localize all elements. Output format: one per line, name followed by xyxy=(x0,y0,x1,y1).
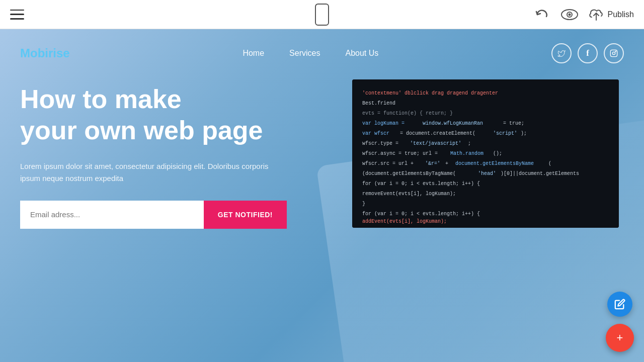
svg-text:= true;: = true; xyxy=(503,121,524,126)
site-social: f xyxy=(551,43,624,63)
code-svg: 'contextmenu' dblclick drag dragend drag… xyxy=(352,79,619,228)
svg-text:wfscr.async = true; url =: wfscr.async = true; url = xyxy=(362,151,438,156)
fab-container: + xyxy=(606,292,634,352)
toolbar-left xyxy=(10,10,24,20)
svg-text:Math.random: Math.random xyxy=(450,151,484,156)
fab-add-button[interactable]: + xyxy=(606,324,634,352)
svg-rect-4 xyxy=(610,50,617,56)
svg-text:window.wfLogKumanRan: window.wfLogKumanRan xyxy=(423,121,483,126)
hero-title-line1: How to make xyxy=(20,84,182,114)
email-input[interactable] xyxy=(20,201,204,229)
preview-area: Mobirise Home Services About Us f How to… xyxy=(0,29,644,362)
add-icon: + xyxy=(617,332,623,343)
svg-text:wfscr.src = url +: wfscr.src = url + xyxy=(362,161,414,166)
publish-button[interactable]: Publish xyxy=(589,8,634,21)
instagram-button[interactable] xyxy=(604,43,624,63)
svg-text:'contextmenu' dblclick drag dr: 'contextmenu' dblclick drag dragend drag… xyxy=(362,90,498,96)
hero-text: How to make your own web page Lorem ipsu… xyxy=(20,83,332,229)
svg-text:'text/javascript': 'text/javascript' xyxy=(410,141,461,146)
publish-label: Publish xyxy=(608,10,634,19)
svg-text:wfscr.type =: wfscr.type = xyxy=(362,141,398,146)
svg-text:for (var i = 0; i < evts.lengt: for (var i = 0; i < evts.length; i++) { xyxy=(362,181,480,187)
hero-content: How to make your own web page Lorem ipsu… xyxy=(0,73,644,229)
svg-text:}: } xyxy=(362,201,365,207)
hero-title: How to make your own web page xyxy=(20,83,332,146)
svg-text:(document.getElementsByTagName: (document.getElementsByTagName( xyxy=(362,171,456,176)
hero-title-line2: your own web page xyxy=(20,116,263,145)
fab-edit-button[interactable] xyxy=(607,292,632,317)
toolbar: Publish xyxy=(0,0,644,29)
svg-text:(: ( xyxy=(548,161,551,166)
facebook-button[interactable]: f xyxy=(578,43,598,63)
email-form: GET NOTIFIED! xyxy=(20,201,287,229)
phone-preview-icon[interactable] xyxy=(315,4,329,26)
twitter-button[interactable] xyxy=(551,43,572,63)
eye-icon xyxy=(561,9,578,20)
undo-button[interactable] xyxy=(534,7,550,23)
site-nav-links: Home Services About Us xyxy=(243,49,378,58)
svg-text:var logKuman =: var logKuman = xyxy=(362,121,405,126)
site-logo: Mobirise xyxy=(20,46,70,60)
nav-services[interactable]: Services xyxy=(289,49,320,58)
toolbar-center xyxy=(315,4,329,26)
nav-about[interactable]: About Us xyxy=(345,49,378,58)
svg-text:'&r=': '&r=' xyxy=(425,161,440,166)
code-background: 'contextmenu' dblclick drag dragend drag… xyxy=(352,79,619,228)
preview-button[interactable] xyxy=(560,6,579,24)
svg-text:document.getElementsByName: document.getElementsByName xyxy=(455,161,534,166)
svg-text:)[0]||document.getElements: )[0]||document.getElements xyxy=(501,171,579,176)
toolbar-right: Publish xyxy=(534,6,634,24)
svg-point-5 xyxy=(612,52,615,54)
svg-point-2 xyxy=(568,13,571,16)
svg-text:= document.createElement(: = document.createElement( xyxy=(400,131,475,136)
svg-text:'script': 'script' xyxy=(493,131,517,136)
svg-text:Best.friend: Best.friend xyxy=(362,101,395,106)
svg-text:addEvent(evts[i], logKuman);: addEvent(evts[i], logKuman); xyxy=(362,219,447,224)
nav-home[interactable]: Home xyxy=(243,49,264,58)
hamburger-icon[interactable] xyxy=(10,10,24,20)
svg-text:;: ; xyxy=(468,141,471,146)
edit-icon xyxy=(614,299,625,310)
undo-icon xyxy=(535,9,549,21)
code-screenshot: 'contextmenu' dblclick drag dragend drag… xyxy=(352,79,619,228)
svg-text:evts = function(e) { return; }: evts = function(e) { return; } xyxy=(362,111,453,116)
publish-cloud-icon xyxy=(589,8,604,21)
svg-text:for (var i = 0; i < evts.lengt: for (var i = 0; i < evts.length; i++) { xyxy=(362,211,480,217)
svg-text:();: (); xyxy=(493,151,502,156)
svg-point-6 xyxy=(615,51,616,52)
notify-button[interactable]: GET NOTIFIED! xyxy=(204,201,287,229)
svg-text:var wfscr: var wfscr xyxy=(362,131,389,136)
hero-subtitle: Lorem ipsum dolor sit amet, consectetur … xyxy=(20,160,282,185)
svg-text:);: ); xyxy=(521,131,527,136)
svg-text:+: + xyxy=(445,161,448,166)
svg-text:'head': 'head' xyxy=(478,171,496,176)
svg-text:removeEvent(evts[i], logKuman): removeEvent(evts[i], logKuman); xyxy=(362,191,456,197)
site-nav: Mobirise Home Services About Us f xyxy=(0,29,644,73)
